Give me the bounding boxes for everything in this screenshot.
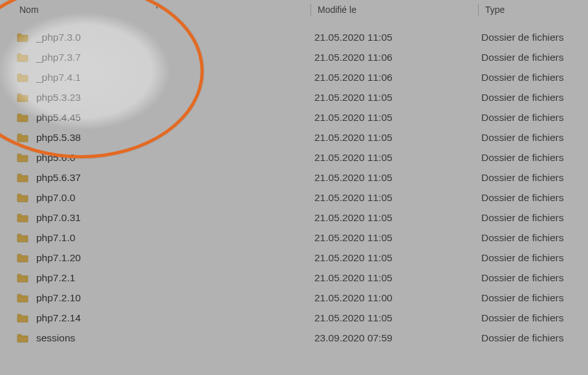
file-name: php7.0.31 xyxy=(36,212,81,224)
folder-icon xyxy=(17,273,28,283)
file-name: php7.1.20 xyxy=(36,252,81,264)
file-explorer-list: Nom ˄ Modifié le Type _php7.3.021.05.202… xyxy=(0,0,588,375)
file-name: php7.1.0 xyxy=(36,232,75,244)
header-modified[interactable]: Modifié le xyxy=(311,5,478,15)
table-row[interactable]: php5.4.4521.05.2020 11:05Dossier de fich… xyxy=(0,107,588,127)
cell-name: php7.2.10 xyxy=(0,292,308,304)
table-row[interactable]: php7.0.3121.05.2020 11:05Dossier de fich… xyxy=(0,208,588,228)
cell-name: _php7.4.1 xyxy=(0,72,308,83)
header-type-label: Type xyxy=(485,5,505,15)
cell-type: Dossier de fichiers xyxy=(475,132,588,144)
cell-modified: 21.05.2020 11:05 xyxy=(308,232,475,244)
table-row[interactable]: sessions23.09.2020 07:59Dossier de fichi… xyxy=(0,328,588,348)
cell-modified: 21.05.2020 11:06 xyxy=(308,52,475,63)
file-name: php5.6.0 xyxy=(36,152,75,164)
cell-modified: 21.05.2020 11:05 xyxy=(308,272,475,284)
cell-name: php5.5.38 xyxy=(0,132,308,144)
cell-modified: 21.05.2020 11:05 xyxy=(308,252,475,264)
table-row[interactable]: _php7.4.121.05.2020 11:06Dossier de fich… xyxy=(0,67,588,87)
cell-type: Dossier de fichiers xyxy=(475,112,588,123)
folder-icon xyxy=(17,233,28,243)
cell-modified: 21.05.2020 11:05 xyxy=(308,132,475,144)
cell-modified: 21.05.2020 11:05 xyxy=(308,212,475,224)
table-row[interactable]: php5.5.3821.05.2020 11:05Dossier de fich… xyxy=(0,127,588,147)
table-row[interactable]: php7.2.1021.05.2020 11:00Dossier de fich… xyxy=(0,288,588,308)
cell-name: _php7.3.0 xyxy=(0,32,308,43)
folder-icon xyxy=(17,213,28,223)
header-name[interactable]: Nom ˄ xyxy=(0,5,310,15)
cell-type: Dossier de fichiers xyxy=(475,292,588,304)
cell-name: php5.6.0 xyxy=(0,152,308,164)
cell-type: Dossier de fichiers xyxy=(475,312,588,324)
cell-type: Dossier de fichiers xyxy=(475,212,588,224)
folder-icon xyxy=(17,133,28,143)
file-name: _php7.3.7 xyxy=(36,52,81,63)
cell-modified: 21.05.2020 11:05 xyxy=(308,312,475,324)
folder-icon xyxy=(17,112,28,123)
cell-type: Dossier de fichiers xyxy=(475,72,588,83)
folder-icon xyxy=(17,72,28,83)
cell-modified: 21.05.2020 11:05 xyxy=(308,112,475,123)
cell-modified: 21.05.2020 11:06 xyxy=(308,72,475,83)
file-name: php5.5.38 xyxy=(36,132,81,144)
folder-icon xyxy=(17,293,28,303)
cell-type: Dossier de fichiers xyxy=(475,192,588,204)
cell-name: php7.2.1 xyxy=(0,272,308,284)
cell-modified: 21.05.2020 11:05 xyxy=(308,92,475,103)
cell-name: php5.6.37 xyxy=(0,172,308,184)
folder-icon xyxy=(17,92,28,103)
cell-name: php7.0.31 xyxy=(0,212,308,224)
table-row[interactable]: _php7.3.721.05.2020 11:06Dossier de fich… xyxy=(0,47,588,67)
cell-name: php7.1.20 xyxy=(0,252,308,264)
file-name: php7.0.0 xyxy=(36,192,75,204)
cell-type: Dossier de fichiers xyxy=(475,92,588,103)
file-name: php7.2.10 xyxy=(36,292,81,304)
cell-modified: 21.05.2020 11:05 xyxy=(308,172,475,184)
cell-name: _php7.3.7 xyxy=(0,52,308,63)
sort-ascending-icon: ˄ xyxy=(155,6,158,13)
folder-icon xyxy=(17,313,28,323)
cell-modified: 21.05.2020 11:05 xyxy=(308,32,475,43)
table-row[interactable]: php7.1.2021.05.2020 11:05Dossier de fich… xyxy=(0,248,588,268)
cell-type: Dossier de fichiers xyxy=(475,272,588,284)
column-headers: Nom ˄ Modifié le Type xyxy=(0,0,588,18)
header-modified-label: Modifié le xyxy=(318,5,356,15)
table-row[interactable]: php5.3.2321.05.2020 11:05Dossier de fich… xyxy=(0,87,588,107)
file-name: php7.2.1 xyxy=(36,272,75,284)
cell-name: php7.0.0 xyxy=(0,192,308,204)
folder-icon xyxy=(17,32,28,43)
folder-icon xyxy=(17,253,28,263)
file-rows: _php7.3.021.05.2020 11:05Dossier de fich… xyxy=(0,18,588,348)
cell-type: Dossier de fichiers xyxy=(475,152,588,164)
file-name: _php7.4.1 xyxy=(36,72,81,83)
table-row[interactable]: php7.2.1421.05.2020 11:05Dossier de fich… xyxy=(0,308,588,328)
file-name: php5.4.45 xyxy=(36,112,81,123)
folder-icon xyxy=(17,333,28,343)
cell-type: Dossier de fichiers xyxy=(475,232,588,244)
cell-modified: 21.05.2020 11:05 xyxy=(308,152,475,164)
cell-name: sessions xyxy=(0,332,308,344)
cell-name: php5.4.45 xyxy=(0,112,308,123)
folder-icon xyxy=(17,173,28,183)
table-row[interactable]: php7.1.021.05.2020 11:05Dossier de fichi… xyxy=(0,228,588,248)
table-row[interactable]: php7.2.121.05.2020 11:05Dossier de fichi… xyxy=(0,268,588,288)
folder-icon xyxy=(17,52,28,63)
table-row[interactable]: php5.6.3721.05.2020 11:05Dossier de fich… xyxy=(0,167,588,188)
table-row[interactable]: php7.0.021.05.2020 11:05Dossier de fichi… xyxy=(0,188,588,208)
cell-type: Dossier de fichiers xyxy=(475,52,588,63)
table-row[interactable]: _php7.3.021.05.2020 11:05Dossier de fich… xyxy=(0,27,588,47)
header-name-label: Nom xyxy=(19,5,39,15)
cell-type: Dossier de fichiers xyxy=(475,172,588,184)
file-name: _php7.3.0 xyxy=(36,32,81,43)
cell-modified: 21.05.2020 11:05 xyxy=(308,192,475,204)
folder-icon xyxy=(17,193,28,203)
cell-modified: 21.05.2020 11:00 xyxy=(308,292,475,304)
cell-name: php7.2.14 xyxy=(0,312,308,324)
cell-type: Dossier de fichiers xyxy=(475,32,588,43)
file-name: sessions xyxy=(36,332,75,344)
file-name: php5.3.23 xyxy=(36,92,81,103)
table-row[interactable]: php5.6.021.05.2020 11:05Dossier de fichi… xyxy=(0,147,588,167)
cell-type: Dossier de fichiers xyxy=(475,332,588,344)
cell-name: php5.3.23 xyxy=(0,92,308,103)
header-type[interactable]: Type xyxy=(479,5,588,15)
